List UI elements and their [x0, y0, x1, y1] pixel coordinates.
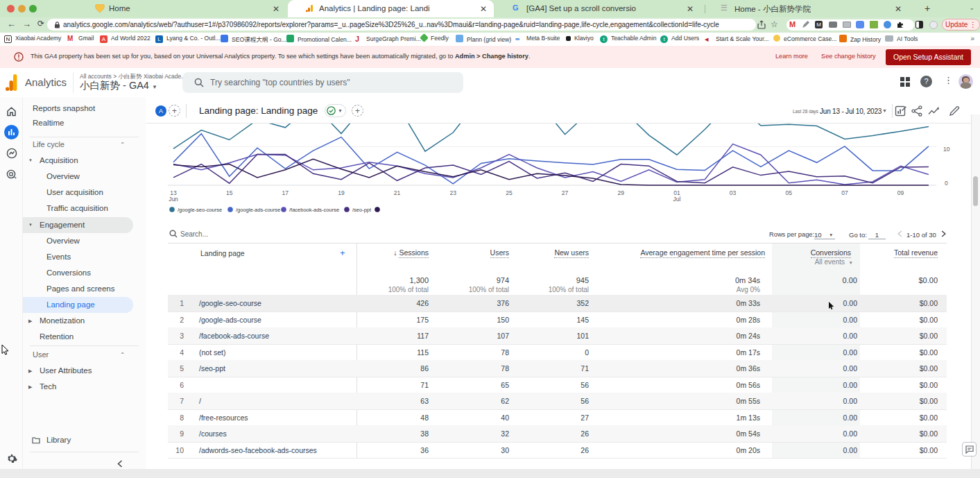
svg-text:23: 23	[450, 189, 457, 196]
svg-text:/facebook-ads-course: /facebook-ads-course	[289, 207, 339, 213]
svg-text:/google-seo-course: /google-seo-course	[178, 207, 222, 213]
svg-text:29: 29	[618, 189, 625, 196]
svg-text:07: 07	[841, 189, 848, 196]
svg-text:21: 21	[394, 189, 401, 196]
svg-text:25: 25	[506, 189, 513, 196]
svg-text:15: 15	[226, 189, 233, 196]
svg-text:09: 09	[897, 189, 904, 196]
svg-text:/seo-ppt: /seo-ppt	[352, 207, 372, 213]
svg-text:17: 17	[282, 189, 289, 196]
svg-text:03: 03	[730, 189, 737, 196]
svg-text:10: 10	[943, 146, 950, 153]
svg-text:19: 19	[338, 189, 345, 196]
svg-text:Jun: Jun	[169, 196, 178, 203]
svg-text:0: 0	[945, 180, 948, 187]
svg-text:/google-ads-course: /google-ads-course	[236, 207, 280, 213]
svg-text:Jul: Jul	[673, 196, 680, 203]
svg-text:05: 05	[786, 189, 793, 196]
svg-text:27: 27	[562, 189, 569, 196]
